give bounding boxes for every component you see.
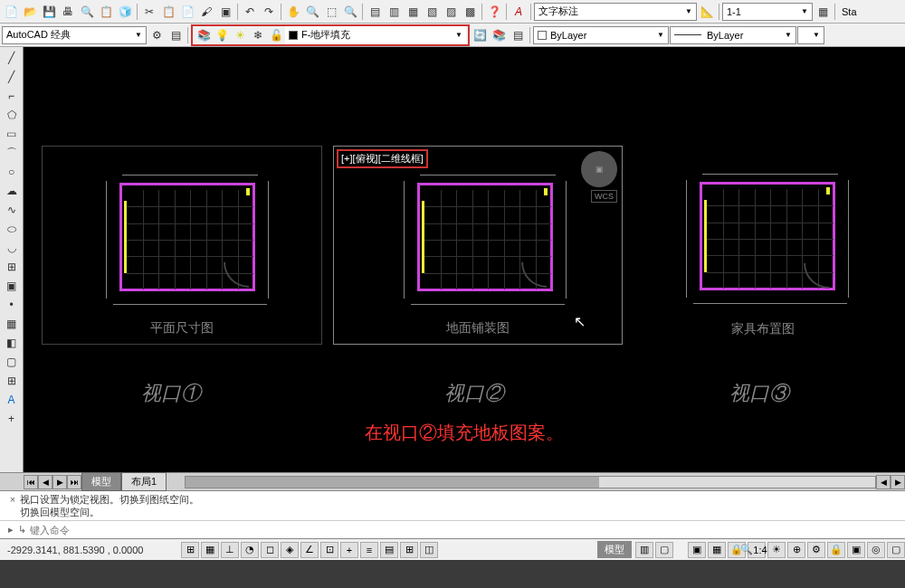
snap-button[interactable]: ⊞ xyxy=(181,542,199,558)
dim-style-button[interactable]: 📐 xyxy=(698,3,716,21)
copy-button[interactable]: 📋 xyxy=(159,3,177,21)
scale-dropdown[interactable]: 1-1 ▼ xyxy=(722,3,813,21)
osnap-button[interactable]: ◻ xyxy=(261,542,279,558)
status-model-tab[interactable]: 模型 xyxy=(597,541,632,558)
region-button[interactable]: ▢ xyxy=(2,353,22,371)
workspace-settings-button[interactable]: ⚙ xyxy=(148,26,166,44)
ellipse-button[interactable]: ⬭ xyxy=(2,220,22,238)
linetype-dropdown[interactable]: ByLayer ▼ xyxy=(670,26,796,44)
xline-button[interactable]: ╱ xyxy=(2,68,22,86)
quickview-layouts-button[interactable]: ▦ xyxy=(708,542,726,558)
viewport-2[interactable]: [+][俯视][二维线框] ▣ WCS ↖ 地面铺装图 xyxy=(333,146,623,345)
circle-button[interactable]: ○ xyxy=(2,163,22,181)
text-style-dropdown[interactable]: 文字标注 ▼ xyxy=(534,3,697,21)
drawing-canvas[interactable]: 平面尺寸图 视口① [+][俯视][二维线框] ▣ WCS ↖ 地面铺装图 视口… xyxy=(24,47,905,472)
sc-button[interactable]: ◫ xyxy=(420,542,438,558)
print-button[interactable]: 🖶 xyxy=(59,3,77,21)
point-button[interactable]: • xyxy=(2,296,22,314)
lwt-button[interactable]: ≡ xyxy=(360,542,378,558)
workspace-switch-button[interactable]: ⚙ xyxy=(807,542,825,558)
zoom-prev-button[interactable]: 🔍 xyxy=(341,3,359,21)
ellipse-arc-button[interactable]: ◡ xyxy=(2,239,22,257)
ducs-button[interactable]: ⊡ xyxy=(320,542,338,558)
paste-button[interactable]: 📄 xyxy=(178,3,196,21)
workspace-dropdown[interactable]: AutoCAD 经典 ▼ xyxy=(2,26,147,44)
polygon-button[interactable]: ⬠ xyxy=(2,106,22,124)
isolate-button[interactable]: ◎ xyxy=(867,542,885,558)
revcloud-button[interactable]: ☁ xyxy=(2,182,22,200)
help-button[interactable]: ❓ xyxy=(485,3,503,21)
insert-button[interactable]: ⊞ xyxy=(2,258,22,276)
quickview-button[interactable]: ▣ xyxy=(688,542,706,558)
3dosnap-button[interactable]: ◈ xyxy=(281,542,299,558)
clean-screen-button[interactable]: ▢ xyxy=(887,542,905,558)
zoom-window-button[interactable]: ⬚ xyxy=(322,3,340,21)
match-button[interactable]: 🖌 xyxy=(197,3,215,21)
tab-next-button[interactable]: ▶ xyxy=(52,475,67,489)
spline-button[interactable]: ∿ xyxy=(2,201,22,219)
tab-last-button[interactable]: ⏭ xyxy=(67,475,81,489)
hardware-accel-button[interactable]: ▣ xyxy=(847,542,865,558)
ortho-button[interactable]: ⊥ xyxy=(221,542,239,558)
polyline-button[interactable]: ⌐ xyxy=(2,87,22,105)
layer-manager-button[interactable]: 📚 xyxy=(195,26,213,44)
layout-quick-button[interactable]: ▥ xyxy=(635,542,653,558)
annovisibility-button[interactable]: ☀ xyxy=(767,542,786,558)
sheet-set-button[interactable]: ▧ xyxy=(423,3,441,21)
layer-freeze-icon[interactable]: ☀ xyxy=(231,26,249,44)
properties-button[interactable]: ▤ xyxy=(366,3,384,21)
3dprint-button[interactable]: 🧊 xyxy=(116,3,134,21)
scroll-right-button[interactable]: ▶ xyxy=(891,475,905,489)
cut-button[interactable]: ✂ xyxy=(140,3,158,21)
table-style-button[interactable]: ▦ xyxy=(814,3,832,21)
scroll-left-button[interactable]: ◀ xyxy=(876,475,891,489)
layer-dropdown[interactable]: F-地坪填充 ▼ xyxy=(285,26,466,44)
lineweight-dropdown[interactable]: ▼ xyxy=(797,26,824,44)
horizontal-scrollbar[interactable] xyxy=(185,476,876,488)
pan-button[interactable]: ✋ xyxy=(284,3,302,21)
layer-prev-button[interactable]: 🔄 xyxy=(471,26,489,44)
mtext-button[interactable]: A xyxy=(2,391,22,409)
dyn-button[interactable]: + xyxy=(340,542,358,558)
tab-first-button[interactable]: ⏮ xyxy=(24,475,38,489)
layer-iso-button[interactable]: ▤ xyxy=(509,26,527,44)
plot-preview-button[interactable]: 🔍 xyxy=(78,3,96,21)
save-button[interactable]: 💾 xyxy=(40,3,58,21)
viewcube[interactable]: ▣ xyxy=(581,151,617,187)
rectangle-button[interactable]: ▭ xyxy=(2,125,22,143)
layout-max-button[interactable]: ▢ xyxy=(655,542,673,558)
tab-model[interactable]: 模型 xyxy=(81,472,121,491)
calc-button[interactable]: ▩ xyxy=(461,3,479,21)
tpy-button[interactable]: ▤ xyxy=(380,542,398,558)
layer-state-button[interactable]: 📚 xyxy=(490,26,508,44)
addselected-button[interactable]: + xyxy=(2,410,22,428)
viewport-3[interactable]: 家具布置图 xyxy=(632,146,894,345)
block-button[interactable]: ▣ xyxy=(216,3,234,21)
arc-button[interactable]: ⌒ xyxy=(2,144,22,162)
command-input[interactable] xyxy=(30,525,901,536)
qp-button[interactable]: ⊞ xyxy=(400,542,418,558)
annoautoscale-button[interactable]: ⊕ xyxy=(787,542,805,558)
color-dropdown[interactable]: ByLayer ▼ xyxy=(533,26,669,44)
new-button[interactable]: 📄 xyxy=(2,3,20,21)
block-button[interactable]: ▣ xyxy=(2,277,22,295)
hatch-button[interactable]: ▦ xyxy=(2,315,22,333)
workspace-save-button[interactable]: ▤ xyxy=(167,26,185,44)
polar-button[interactable]: ◔ xyxy=(241,542,259,558)
layer-lock-icon[interactable]: 🔓 xyxy=(267,26,285,44)
gradient-button[interactable]: ◧ xyxy=(2,334,22,352)
publish-button[interactable]: 📋 xyxy=(97,3,115,21)
tab-prev-button[interactable]: ◀ xyxy=(38,475,52,489)
toolbar-lock-button[interactable]: 🔒 xyxy=(827,542,845,558)
tool-palette-button[interactable]: ▦ xyxy=(404,3,422,21)
cmd-expand-icon[interactable]: ▸ xyxy=(4,524,18,536)
layer-vp-freeze-icon[interactable]: ❄ xyxy=(249,26,267,44)
redo-button[interactable]: ↷ xyxy=(260,3,278,21)
layer-on-icon[interactable]: 💡 xyxy=(213,26,231,44)
line-button[interactable]: ╱ xyxy=(2,49,22,67)
design-center-button[interactable]: ▥ xyxy=(385,3,403,21)
text-style-icon[interactable]: A xyxy=(510,3,528,21)
markup-button[interactable]: ▨ xyxy=(442,3,460,21)
grid-button[interactable]: ▦ xyxy=(201,542,219,558)
tab-layout1[interactable]: 布局1 xyxy=(121,472,167,491)
